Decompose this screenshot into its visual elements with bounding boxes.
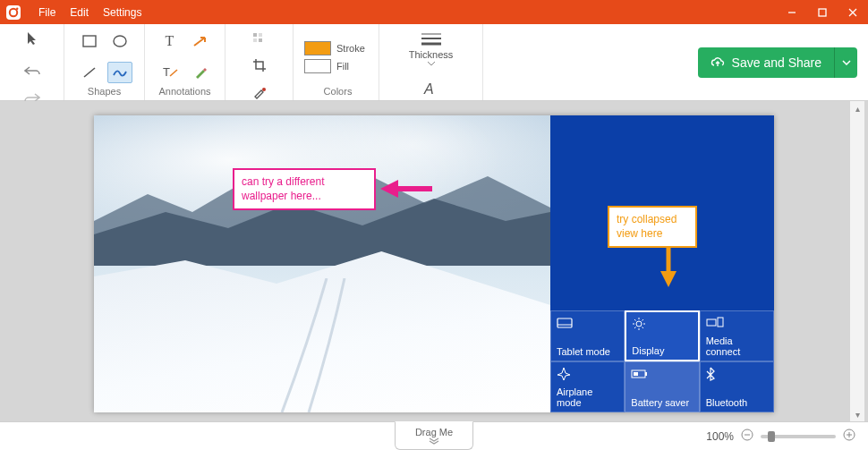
tile-airplane[interactable]: Airplane mode	[550, 361, 625, 412]
statusbar: Drag Me 100%	[0, 421, 868, 450]
connect-icon	[706, 315, 768, 331]
menu-bar: File Edit Settings	[31, 6, 149, 19]
svg-rect-0	[6, 5, 21, 20]
edited-screenshot[interactable]: can try a different wallpaper here... tr…	[94, 115, 774, 412]
tile-label: Display	[632, 345, 692, 356]
tile-label: Battery saver	[631, 397, 693, 408]
svg-rect-11	[253, 33, 257, 37]
thickness-dropdown[interactable]: Thickness	[402, 28, 461, 73]
fill-swatch[interactable]	[304, 59, 331, 73]
drag-handle[interactable]: Drag Me	[395, 421, 473, 450]
svg-rect-12	[259, 33, 262, 37]
tile-connect[interactable]: Media connect	[700, 310, 774, 361]
tile-label: Airplane mode	[557, 386, 618, 408]
pen-tool[interactable]	[188, 62, 213, 83]
zoom-value: 100%	[706, 430, 734, 443]
bluetooth-icon	[706, 366, 768, 382]
titlebar: File Edit Settings	[0, 0, 868, 24]
ellipse-tool[interactable]	[107, 30, 132, 52]
tile-label: Media connect	[706, 335, 768, 357]
annotation-note-pink[interactable]: can try a different wallpaper here...	[233, 168, 376, 210]
ribbon: Actions Shapes T T Annotations Effects	[0, 24, 868, 101]
tile-bluetooth[interactable]: Bluetooth	[700, 361, 774, 412]
canvas-area: ▴ ▾ can try a different wallpaper here..…	[0, 101, 868, 421]
color-picker-tool[interactable]	[247, 81, 272, 103]
maximize-button[interactable]	[807, 0, 838, 24]
undo-button[interactable]	[20, 60, 45, 81]
text-tool[interactable]: T	[157, 30, 183, 52]
stroke-label: Stroke	[336, 43, 365, 54]
line-tool[interactable]	[77, 62, 102, 83]
crop-tool[interactable]	[247, 55, 272, 76]
close-button[interactable]	[838, 0, 868, 24]
blur-tool[interactable]	[247, 28, 272, 49]
svg-point-15	[262, 88, 266, 91]
cloud-upload-icon	[711, 55, 725, 70]
text-arrow-tool[interactable]: T	[157, 62, 183, 83]
svg-point-2	[16, 7, 18, 9]
scroll-up-button[interactable]: ▴	[850, 101, 864, 115]
action-center-panel: try collapsed view here Tablet modeDispl…	[550, 115, 774, 412]
svg-line-28	[642, 327, 644, 329]
svg-text:A: A	[423, 82, 434, 97]
zoom-in-button[interactable]	[843, 429, 855, 444]
svg-rect-20	[557, 318, 572, 327]
cursor-tool[interactable]	[20, 28, 45, 49]
tile-brightness[interactable]: Display	[625, 310, 699, 361]
svg-line-9	[84, 68, 95, 77]
zoom-out-button[interactable]	[741, 429, 753, 444]
menu-edit[interactable]: Edit	[63, 6, 96, 19]
svg-rect-4	[819, 9, 826, 16]
svg-rect-14	[259, 38, 262, 42]
rectangle-tool[interactable]	[77, 30, 102, 52]
annotation-note-orange[interactable]: try collapsed view here	[608, 206, 697, 248]
svg-line-29	[634, 327, 636, 329]
stroke-swatch[interactable]	[304, 41, 331, 55]
chevron-double-down-icon	[428, 437, 440, 445]
save-share-button[interactable]: Save and Share	[698, 47, 834, 78]
menu-file[interactable]: File	[31, 6, 63, 19]
svg-line-27	[634, 319, 636, 321]
annotation-arrow-pink[interactable]	[380, 178, 434, 200]
group-label-annotations: Annotations	[158, 86, 210, 98]
zoom-slider[interactable]	[761, 435, 836, 438]
svg-rect-13	[253, 38, 257, 42]
svg-rect-32	[718, 318, 723, 327]
annotation-arrow-orange[interactable]	[658, 248, 679, 287]
tile-label: Bluetooth	[706, 397, 768, 408]
battery-icon	[631, 366, 693, 382]
wallpaper-mountain	[94, 115, 550, 412]
svg-point-8	[114, 36, 126, 47]
tile-label: Tablet mode	[557, 346, 618, 357]
scroll-down-button[interactable]: ▾	[850, 407, 864, 421]
chevron-down-icon	[842, 60, 851, 65]
tablet-icon	[557, 315, 618, 331]
svg-point-22	[636, 321, 642, 327]
brightness-icon	[632, 316, 692, 332]
tile-battery[interactable]: Battery saver	[625, 361, 699, 412]
svg-rect-34	[645, 372, 647, 376]
fill-label: Fill	[336, 61, 349, 72]
svg-text:T: T	[163, 65, 170, 79]
minimize-button[interactable]	[777, 0, 807, 24]
svg-line-30	[642, 319, 644, 321]
airplane-icon	[557, 366, 618, 382]
group-label-shapes: Shapes	[88, 86, 121, 98]
arrow-tool[interactable]	[188, 30, 213, 52]
svg-rect-7	[83, 36, 96, 47]
group-label-colors: Colors	[324, 86, 353, 98]
tile-tablet[interactable]: Tablet mode	[550, 310, 625, 361]
svg-rect-35	[634, 372, 638, 376]
vertical-scrollbar[interactable]: ▴ ▾	[850, 101, 864, 421]
curve-tool[interactable]	[107, 62, 132, 83]
save-share-dropdown[interactable]	[834, 47, 857, 78]
zoom-controls: 100%	[706, 429, 868, 444]
svg-rect-31	[707, 319, 716, 326]
window-controls	[777, 0, 868, 24]
app-logo	[4, 4, 22, 21]
menu-settings[interactable]: Settings	[96, 6, 149, 19]
